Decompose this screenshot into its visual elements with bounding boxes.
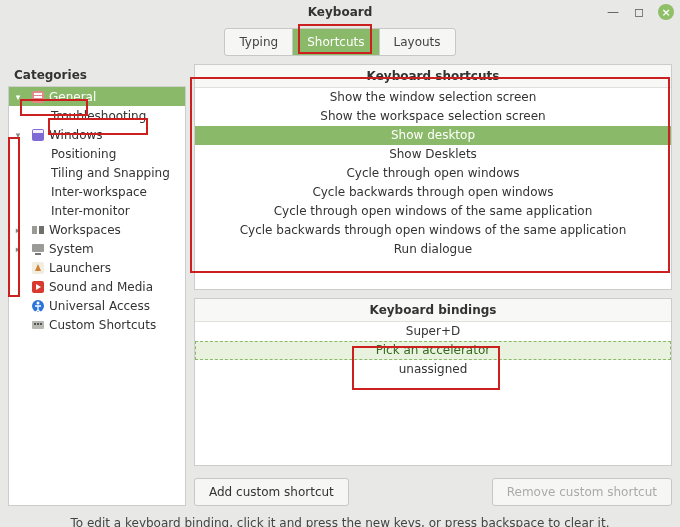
- minimize-icon[interactable]: —: [606, 5, 620, 19]
- category-item[interactable]: Launchers: [9, 258, 185, 277]
- hint-footer: To edit a keyboard binding, click it and…: [0, 510, 680, 527]
- category-label: Custom Shortcuts: [49, 318, 156, 332]
- shortcuts-list[interactable]: Show the window selection screenShow the…: [195, 88, 671, 289]
- window-title: Keyboard: [308, 5, 373, 19]
- bindings-list[interactable]: Super+DPick an acceleratorunassigned: [195, 322, 671, 465]
- tab-typing[interactable]: Typing: [225, 29, 293, 55]
- shortcut-row[interactable]: Show desktop: [195, 126, 671, 145]
- svg-rect-7: [39, 226, 44, 234]
- chevron-right-icon[interactable]: ▸: [13, 244, 23, 254]
- tab-layouts[interactable]: Layouts: [380, 29, 455, 55]
- category-label: General: [49, 90, 96, 104]
- add-shortcut-button[interactable]: Add custom shortcut: [194, 478, 349, 506]
- category-label: Positioning: [51, 147, 116, 161]
- maximize-icon[interactable]: ◻: [632, 5, 646, 19]
- window-controls: — ◻ ×: [606, 4, 674, 20]
- sound-icon: [31, 280, 45, 294]
- binding-row[interactable]: Pick an accelerator: [195, 341, 671, 360]
- binding-row[interactable]: Super+D: [195, 322, 671, 341]
- close-icon[interactable]: ×: [658, 4, 674, 20]
- svg-rect-3: [34, 99, 39, 101]
- svg-rect-17: [40, 323, 42, 325]
- shortcuts-header: Keyboard shortcuts: [195, 65, 671, 88]
- category-label: System: [49, 242, 94, 256]
- chevron-right-icon[interactable]: ▸: [13, 225, 23, 235]
- svg-rect-15: [34, 323, 36, 325]
- shortcut-row[interactable]: Cycle through open windows: [195, 164, 671, 183]
- category-item[interactable]: Tiling and Snapping: [9, 163, 185, 182]
- category-item[interactable]: ▸System: [9, 239, 185, 258]
- category-label: Sound and Media: [49, 280, 153, 294]
- svg-rect-5: [33, 130, 43, 133]
- shortcut-row[interactable]: Cycle backwards through open windows of …: [195, 221, 671, 240]
- svg-rect-1: [34, 93, 42, 95]
- chevron-down-icon[interactable]: ▾: [13, 92, 23, 102]
- category-item[interactable]: Positioning: [9, 144, 185, 163]
- button-row: Add custom shortcut Remove custom shortc…: [194, 474, 672, 506]
- binding-row[interactable]: unassigned: [195, 360, 671, 379]
- category-item[interactable]: ▸Workspaces: [9, 220, 185, 239]
- general-icon: [31, 90, 45, 104]
- svg-rect-9: [35, 253, 41, 255]
- category-label: Troubleshooting: [51, 109, 146, 123]
- shortcut-row[interactable]: Cycle through open windows of the same a…: [195, 202, 671, 221]
- shortcut-row[interactable]: Cycle backwards through open windows: [195, 183, 671, 202]
- workspaces-icon: [31, 223, 45, 237]
- category-label: Windows: [49, 128, 103, 142]
- shortcut-row[interactable]: Run dialogue: [195, 240, 671, 259]
- categories-sidebar: Categories ▾GeneralTroubleshooting▾Windo…: [8, 64, 186, 506]
- bindings-header: Keyboard bindings: [195, 299, 671, 322]
- svg-rect-8: [32, 244, 44, 252]
- shortcut-row[interactable]: Show the workspace selection screen: [195, 107, 671, 126]
- category-item[interactable]: Sound and Media: [9, 277, 185, 296]
- category-label: Inter-workspace: [51, 185, 147, 199]
- titlebar: Keyboard — ◻ ×: [0, 0, 680, 24]
- shortcut-row[interactable]: Show Desklets: [195, 145, 671, 164]
- shortcuts-pane: Keyboard shortcuts Show the window selec…: [194, 64, 672, 290]
- access-icon: [31, 299, 45, 313]
- category-label: Tiling and Snapping: [51, 166, 170, 180]
- launchers-icon: [31, 261, 45, 275]
- category-label: Universal Access: [49, 299, 150, 313]
- category-item[interactable]: Inter-monitor: [9, 201, 185, 220]
- svg-rect-2: [34, 96, 42, 98]
- category-label: Inter-monitor: [51, 204, 130, 218]
- shortcut-row[interactable]: Show the window selection screen: [195, 88, 671, 107]
- category-item[interactable]: ▾Windows: [9, 125, 185, 144]
- svg-rect-6: [32, 226, 37, 234]
- categories-tree[interactable]: ▾GeneralTroubleshooting▾WindowsPositioni…: [8, 87, 186, 506]
- windows-icon: [31, 128, 45, 142]
- category-label: Launchers: [49, 261, 111, 275]
- system-icon: [31, 242, 45, 256]
- category-label: Workspaces: [49, 223, 121, 237]
- chevron-down-icon[interactable]: ▾: [13, 130, 23, 140]
- category-item[interactable]: Inter-workspace: [9, 182, 185, 201]
- custom-icon: [31, 318, 45, 332]
- remove-shortcut-button: Remove custom shortcut: [492, 478, 672, 506]
- svg-rect-16: [37, 323, 39, 325]
- category-item[interactable]: ▾General: [9, 87, 185, 106]
- categories-header: Categories: [8, 64, 186, 87]
- tab-strip: TypingShortcutsLayouts: [0, 24, 680, 64]
- category-item[interactable]: Universal Access: [9, 296, 185, 315]
- category-item[interactable]: Troubleshooting: [9, 106, 185, 125]
- svg-point-13: [37, 301, 40, 304]
- tab-shortcuts[interactable]: Shortcuts: [293, 29, 379, 55]
- category-item[interactable]: Custom Shortcuts: [9, 315, 185, 334]
- bindings-pane: Keyboard bindings Super+DPick an acceler…: [194, 298, 672, 466]
